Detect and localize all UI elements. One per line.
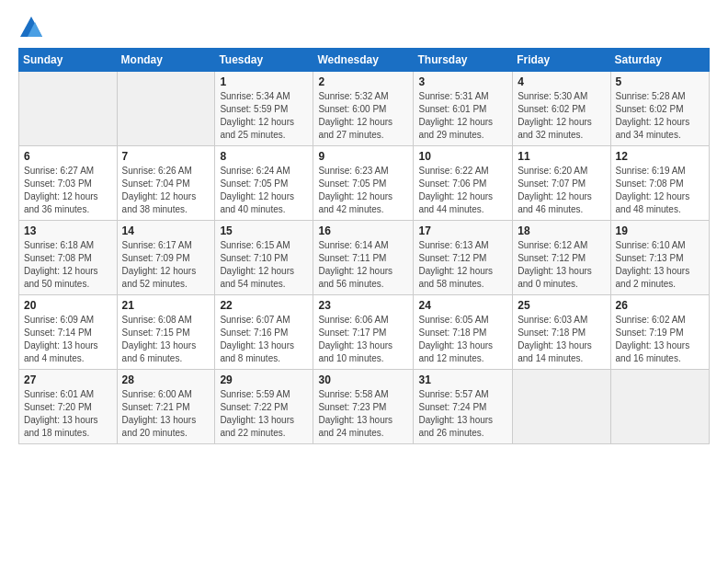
- day-detail: Sunrise: 6:19 AM Sunset: 7:08 PM Dayligh…: [616, 165, 704, 216]
- calendar-cell: [610, 370, 709, 444]
- day-number: 23: [318, 299, 408, 312]
- calendar-cell: 4Sunrise: 5:30 AM Sunset: 6:02 PM Daylig…: [513, 72, 610, 146]
- day-detail: Sunrise: 5:34 AM Sunset: 5:59 PM Dayligh…: [220, 90, 308, 142]
- weekday-header: Friday: [513, 49, 610, 72]
- page: SundayMondayTuesdayWednesdayThursdayFrid…: [0, 0, 728, 563]
- day-detail: Sunrise: 6:22 AM Sunset: 7:06 PM Dayligh…: [418, 165, 507, 216]
- calendar-week-row: 27Sunrise: 6:01 AM Sunset: 7:20 PM Dayli…: [19, 370, 710, 444]
- day-number: 13: [24, 224, 112, 237]
- header: [18, 15, 710, 40]
- day-detail: Sunrise: 5:58 AM Sunset: 7:23 PM Dayligh…: [318, 388, 408, 440]
- weekday-header: Wednesday: [313, 49, 414, 72]
- day-detail: Sunrise: 6:20 AM Sunset: 7:07 PM Dayligh…: [518, 165, 605, 216]
- weekday-header: Saturday: [610, 49, 709, 72]
- day-number: 6: [24, 150, 112, 163]
- calendar-cell: 22Sunrise: 6:07 AM Sunset: 7:16 PM Dayli…: [215, 295, 313, 370]
- day-number: 7: [122, 150, 210, 163]
- day-detail: Sunrise: 6:24 AM Sunset: 7:05 PM Dayligh…: [220, 165, 308, 216]
- calendar-cell: 26Sunrise: 6:02 AM Sunset: 7:19 PM Dayli…: [610, 295, 709, 370]
- day-detail: Sunrise: 6:12 AM Sunset: 7:12 PM Dayligh…: [518, 239, 605, 291]
- day-detail: Sunrise: 6:14 AM Sunset: 7:11 PM Dayligh…: [318, 239, 408, 291]
- day-number: 25: [518, 299, 605, 312]
- day-detail: Sunrise: 5:59 AM Sunset: 7:22 PM Dayligh…: [220, 388, 308, 440]
- calendar-cell: 30Sunrise: 5:58 AM Sunset: 7:23 PM Dayli…: [313, 370, 414, 444]
- day-detail: Sunrise: 6:18 AM Sunset: 7:08 PM Dayligh…: [24, 239, 112, 291]
- calendar-cell: [513, 370, 610, 444]
- day-detail: Sunrise: 6:08 AM Sunset: 7:15 PM Dayligh…: [122, 314, 210, 365]
- calendar-cell: [19, 72, 118, 146]
- day-detail: Sunrise: 6:10 AM Sunset: 7:13 PM Dayligh…: [616, 239, 704, 291]
- calendar-cell: 3Sunrise: 5:31 AM Sunset: 6:01 PM Daylig…: [414, 72, 513, 146]
- day-number: 8: [220, 150, 308, 163]
- day-detail: Sunrise: 6:05 AM Sunset: 7:18 PM Dayligh…: [418, 314, 507, 365]
- day-number: 3: [418, 75, 507, 88]
- day-detail: Sunrise: 5:30 AM Sunset: 6:02 PM Dayligh…: [518, 90, 605, 142]
- day-detail: Sunrise: 6:00 AM Sunset: 7:21 PM Dayligh…: [122, 388, 210, 440]
- calendar-cell: 14Sunrise: 6:17 AM Sunset: 7:09 PM Dayli…: [117, 221, 215, 295]
- calendar-cell: 1Sunrise: 5:34 AM Sunset: 5:59 PM Daylig…: [215, 72, 313, 146]
- calendar-cell: 13Sunrise: 6:18 AM Sunset: 7:08 PM Dayli…: [19, 221, 118, 295]
- calendar: SundayMondayTuesdayWednesdayThursdayFrid…: [18, 48, 710, 444]
- logo-icon: [18, 15, 44, 40]
- weekday-header: Sunday: [19, 49, 118, 72]
- calendar-cell: 25Sunrise: 6:03 AM Sunset: 7:18 PM Dayli…: [513, 295, 610, 370]
- calendar-cell: 5Sunrise: 5:28 AM Sunset: 6:02 PM Daylig…: [610, 72, 709, 146]
- day-number: 5: [616, 75, 704, 88]
- day-number: 26: [616, 299, 704, 312]
- day-number: 9: [318, 150, 408, 163]
- day-number: 27: [24, 373, 112, 386]
- day-detail: Sunrise: 6:23 AM Sunset: 7:05 PM Dayligh…: [318, 165, 408, 216]
- calendar-cell: 6Sunrise: 6:27 AM Sunset: 7:03 PM Daylig…: [19, 146, 118, 221]
- day-detail: Sunrise: 6:01 AM Sunset: 7:20 PM Dayligh…: [24, 388, 112, 440]
- day-number: 19: [616, 224, 704, 237]
- calendar-cell: 18Sunrise: 6:12 AM Sunset: 7:12 PM Dayli…: [513, 221, 610, 295]
- calendar-cell: 11Sunrise: 6:20 AM Sunset: 7:07 PM Dayli…: [513, 146, 610, 221]
- day-number: 15: [220, 224, 308, 237]
- calendar-cell: 17Sunrise: 6:13 AM Sunset: 7:12 PM Dayli…: [414, 221, 513, 295]
- day-number: 21: [122, 299, 210, 312]
- calendar-cell: 9Sunrise: 6:23 AM Sunset: 7:05 PM Daylig…: [313, 146, 414, 221]
- day-number: 17: [418, 224, 507, 237]
- calendar-week-row: 6Sunrise: 6:27 AM Sunset: 7:03 PM Daylig…: [19, 146, 710, 221]
- day-detail: Sunrise: 6:27 AM Sunset: 7:03 PM Dayligh…: [24, 165, 112, 216]
- day-number: 2: [318, 75, 408, 88]
- calendar-cell: 21Sunrise: 6:08 AM Sunset: 7:15 PM Dayli…: [117, 295, 215, 370]
- calendar-cell: 23Sunrise: 6:06 AM Sunset: 7:17 PM Dayli…: [313, 295, 414, 370]
- day-number: 18: [518, 224, 605, 237]
- day-number: 28: [122, 373, 210, 386]
- calendar-week-row: 20Sunrise: 6:09 AM Sunset: 7:14 PM Dayli…: [19, 295, 710, 370]
- calendar-cell: 15Sunrise: 6:15 AM Sunset: 7:10 PM Dayli…: [215, 221, 313, 295]
- weekday-header: Tuesday: [215, 49, 313, 72]
- day-detail: Sunrise: 6:03 AM Sunset: 7:18 PM Dayligh…: [518, 314, 605, 365]
- day-detail: Sunrise: 6:09 AM Sunset: 7:14 PM Dayligh…: [24, 314, 112, 365]
- calendar-cell: 2Sunrise: 5:32 AM Sunset: 6:00 PM Daylig…: [313, 72, 414, 146]
- calendar-cell: 27Sunrise: 6:01 AM Sunset: 7:20 PM Dayli…: [19, 370, 118, 444]
- day-detail: Sunrise: 5:31 AM Sunset: 6:01 PM Dayligh…: [418, 90, 507, 142]
- calendar-cell: 7Sunrise: 6:26 AM Sunset: 7:04 PM Daylig…: [117, 146, 215, 221]
- day-detail: Sunrise: 6:15 AM Sunset: 7:10 PM Dayligh…: [220, 239, 308, 291]
- day-number: 14: [122, 224, 210, 237]
- day-number: 22: [220, 299, 308, 312]
- calendar-cell: 16Sunrise: 6:14 AM Sunset: 7:11 PM Dayli…: [313, 221, 414, 295]
- weekday-header: Monday: [117, 49, 215, 72]
- day-detail: Sunrise: 5:32 AM Sunset: 6:00 PM Dayligh…: [318, 90, 408, 142]
- day-detail: Sunrise: 5:57 AM Sunset: 7:24 PM Dayligh…: [418, 388, 507, 440]
- calendar-cell: 19Sunrise: 6:10 AM Sunset: 7:13 PM Dayli…: [610, 221, 709, 295]
- day-detail: Sunrise: 5:28 AM Sunset: 6:02 PM Dayligh…: [616, 90, 704, 142]
- calendar-cell: 28Sunrise: 6:00 AM Sunset: 7:21 PM Dayli…: [117, 370, 215, 444]
- calendar-cell: 24Sunrise: 6:05 AM Sunset: 7:18 PM Dayli…: [414, 295, 513, 370]
- calendar-header-row: SundayMondayTuesdayWednesdayThursdayFrid…: [19, 49, 710, 72]
- day-number: 4: [518, 75, 605, 88]
- calendar-cell: 8Sunrise: 6:24 AM Sunset: 7:05 PM Daylig…: [215, 146, 313, 221]
- day-detail: Sunrise: 6:26 AM Sunset: 7:04 PM Dayligh…: [122, 165, 210, 216]
- day-detail: Sunrise: 6:13 AM Sunset: 7:12 PM Dayligh…: [418, 239, 507, 291]
- day-detail: Sunrise: 6:07 AM Sunset: 7:16 PM Dayligh…: [220, 314, 308, 365]
- calendar-cell: 31Sunrise: 5:57 AM Sunset: 7:24 PM Dayli…: [414, 370, 513, 444]
- day-number: 30: [318, 373, 408, 386]
- calendar-cell: 10Sunrise: 6:22 AM Sunset: 7:06 PM Dayli…: [414, 146, 513, 221]
- day-number: 10: [418, 150, 507, 163]
- calendar-cell: [117, 72, 215, 146]
- day-number: 20: [24, 299, 112, 312]
- calendar-week-row: 1Sunrise: 5:34 AM Sunset: 5:59 PM Daylig…: [19, 72, 710, 146]
- day-number: 31: [418, 373, 507, 386]
